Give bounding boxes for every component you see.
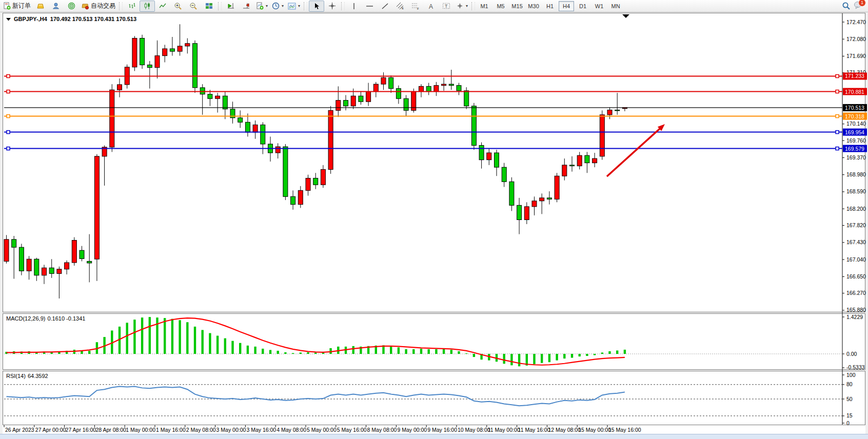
rsi-scale-label: 100 [846,372,856,378]
macd-histogram-bar [262,349,264,354]
candle [200,88,205,94]
line-handle[interactable] [7,74,10,77]
rsi-scale-label: 50 [846,396,853,402]
line-handle[interactable] [7,90,10,93]
candle [261,125,265,144]
time-axis-label: 15 May 00:00 [578,427,611,433]
candle [396,89,401,99]
candle [328,110,333,169]
candle [253,125,258,132]
candle [479,145,484,159]
price-axis-label: 165.880 [846,307,866,313]
macd-histogram-bar [141,317,143,354]
candle [12,240,16,247]
candle [471,106,476,146]
macd-histogram-bar [126,323,128,354]
line-handle[interactable] [836,90,839,93]
time-axis-label: 27 Apr 16:00 [66,427,96,433]
line-handle[interactable] [836,74,839,77]
candle [80,250,84,258]
time-axis-label: 1 May 16:00 [156,427,186,433]
macd-histogram-bar [194,327,196,354]
macd-histogram-bar [571,354,573,358]
macd-histogram-bar [616,350,618,354]
line-handle[interactable] [836,115,839,118]
macd-histogram-bar [156,317,158,354]
macd-histogram-bar [390,346,392,354]
candle [615,110,620,111]
trend-arrow[interactable] [607,128,661,176]
candle [495,153,499,167]
chart-shift-marker[interactable] [622,14,629,18]
macd-histogram-bar [563,354,565,358]
price-axis-label: 172.080 [846,36,866,42]
macd-histogram-bar [443,349,445,354]
chart-header: GBPJPY-,H4 170.492 170.513 170.431 170.5… [6,16,136,22]
time-axis-label: 5 May 00:00 [307,427,337,433]
candle [170,49,174,51]
time-axis-label: 11 May 00:00 [488,427,520,433]
macd-histogram-bar [458,351,460,354]
macd-histogram-bar [594,354,596,355]
candle [313,178,318,185]
candle [94,156,99,259]
time-axis-label: 3 May 00:00 [216,427,246,433]
macd-histogram-bar [284,352,286,354]
candle [457,86,461,91]
time-axis-label: 2 May 08:00 [186,427,216,433]
application-window: 新订单 自动交易 [0,0,868,439]
candle [117,85,122,90]
candle [547,198,551,199]
line-handle[interactable] [7,115,10,118]
line-handle[interactable] [7,131,10,134]
candle [570,165,575,166]
macd-histogram-bar [239,343,241,354]
price-axis-label: 171.690 [846,53,866,59]
macd-histogram-bar [216,336,219,354]
macd-histogram-bar [307,352,309,354]
macd-header: MACD(12,26,9) 0.1610 -0.1341 [6,315,85,322]
candle [245,122,250,132]
macd-histogram-bar [209,333,211,354]
candle [223,96,227,109]
candle [419,86,424,91]
price-badge-label: 170.881 [845,89,864,95]
candle [577,155,582,166]
macd-histogram-bar [292,353,294,354]
candle [208,94,212,99]
macd-signal-line [7,318,625,365]
macd-histogram-bar [624,350,626,354]
price-axis-label: 166.270 [846,290,866,296]
candle [4,240,9,262]
symbol-dropdown-icon[interactable] [6,17,11,21]
ohlc-values: 170.492 170.513 170.431 170.513 [50,16,136,22]
candle [185,44,190,46]
price-axis-label: 168.980 [846,171,866,177]
candle [502,167,506,182]
candle [19,247,24,271]
price-axis-label: 167.040 [846,256,866,263]
price-axis-label: 168.590 [846,188,866,194]
candle [72,241,76,263]
macd-histogram-bar [473,354,475,357]
time-axis-label: 28 Apr 08:00 [95,427,126,433]
candle [132,38,137,67]
candle [238,118,243,123]
candle [449,84,453,86]
macd-histogram-bar [586,354,588,356]
line-handle[interactable] [836,131,839,134]
candle [87,261,92,263]
line-handle[interactable] [7,147,10,150]
candle [27,259,31,271]
candle [366,92,371,102]
line-handle[interactable] [836,147,839,150]
candle [42,268,47,275]
macd-histogram-bar [88,351,90,354]
time-axis-label: 8 May 08:00 [367,427,397,433]
candle [193,44,198,88]
macd-histogram-bar [133,320,135,354]
macd-histogram-bar [548,354,550,362]
rsi-line [7,387,625,406]
candle [344,101,348,106]
time-axis-label: 9 May 00:00 [397,427,427,433]
